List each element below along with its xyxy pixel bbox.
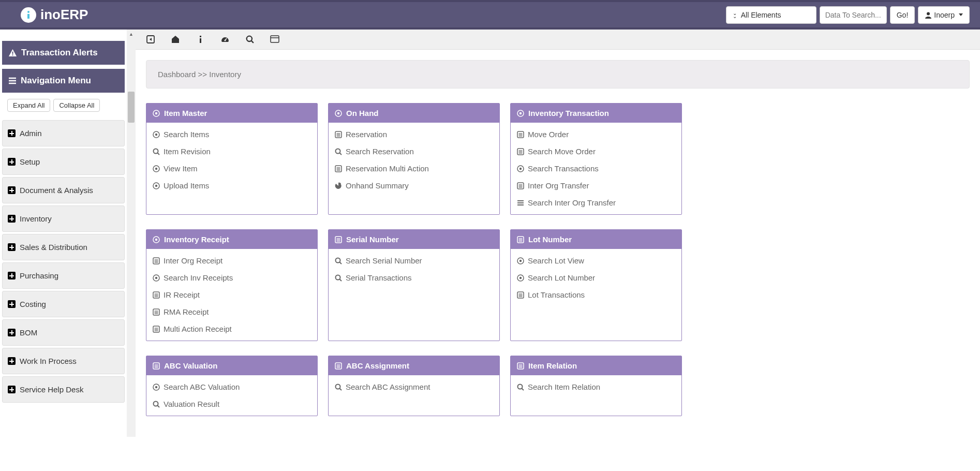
dot-circle-icon <box>153 182 160 189</box>
link-search-transactions[interactable]: Search Transactions <box>511 160 681 177</box>
search-icon <box>153 148 160 155</box>
svg-rect-25 <box>27 14 29 19</box>
dot-circle-icon <box>517 165 524 172</box>
alerts-title: Transaction Alerts <box>21 48 98 58</box>
list-icon <box>517 131 524 138</box>
sidebar-item-document-analysis[interactable]: Document & Analysis <box>2 177 125 203</box>
list-icon <box>153 308 160 316</box>
link-label: RMA Receipt <box>164 307 209 316</box>
card-title: ABC Assignment <box>346 361 409 370</box>
sidebar-item-sales-distribution[interactable]: Sales & Distribution <box>2 234 125 260</box>
link-label: Search Serial Number <box>346 256 422 265</box>
link-inter-org-transfer[interactable]: Inter Org Transfer <box>511 177 681 194</box>
link-label: Item Revision <box>164 147 211 156</box>
all-elements-dropdown[interactable]: ⌄⌄ All Elements <box>726 6 816 24</box>
plus-icon <box>8 158 16 166</box>
link-onhand-summary[interactable]: Onhand Summary <box>329 177 499 194</box>
link-serial-transactions[interactable]: Serial Transactions <box>329 269 499 286</box>
link-search-abc-valuation[interactable]: Search ABC Valuation <box>146 378 317 395</box>
sidebar-item-purchasing[interactable]: Purchasing <box>2 262 125 289</box>
sidebar-scrollbar[interactable]: ▲ <box>127 30 136 437</box>
expand-all-button[interactable]: Expand All <box>7 99 50 112</box>
user-label: Inoerp <box>934 11 955 19</box>
link-view-item[interactable]: View Item <box>146 160 317 177</box>
sidebar-item-label: Purchasing <box>20 271 58 280</box>
link-label: Inter Org Transfer <box>528 181 589 190</box>
info-icon[interactable] <box>196 35 205 44</box>
link-reservation-multi-action[interactable]: Reservation Multi Action <box>329 160 499 177</box>
link-label: Reservation <box>346 130 387 139</box>
plus-icon <box>8 357 16 365</box>
dot-circle-icon <box>517 257 524 264</box>
link-search-items[interactable]: Search Items <box>146 126 317 143</box>
go-label: Go! <box>897 11 909 19</box>
card-item-relation: Item RelationSearch Item Relation <box>510 356 682 416</box>
transaction-alerts-header[interactable]: Transaction Alerts <box>2 41 125 65</box>
card-item-master: Item MasterSearch ItemsItem RevisionView… <box>146 103 318 215</box>
link-search-lot-number[interactable]: Search Lot Number <box>511 269 681 286</box>
card-abc-valuation: ABC ValuationSearch ABC ValuationValuati… <box>146 356 318 416</box>
link-multi-action-receipt[interactable]: Multi Action Receipt <box>146 320 317 337</box>
link-lot-transactions[interactable]: Lot Transactions <box>511 286 681 303</box>
link-search-abc-assignment[interactable]: Search ABC Assignment <box>329 378 499 395</box>
dot-circle-icon <box>153 274 160 282</box>
link-search-lot-view[interactable]: Search Lot View <box>511 252 681 269</box>
dashboard-icon[interactable] <box>220 35 230 44</box>
sidebar-item-label: Document & Analysis <box>20 186 93 195</box>
link-search-move-order[interactable]: Search Move Order <box>511 143 681 160</box>
list-icon <box>153 257 160 264</box>
sidebar-item-label: BOM <box>20 328 37 337</box>
plus-icon <box>8 329 16 336</box>
scroll-up-icon[interactable]: ▲ <box>127 30 136 38</box>
search-icon <box>335 148 342 155</box>
sidebar-item-bom[interactable]: BOM <box>2 319 125 346</box>
link-label: Search Move Order <box>528 147 596 156</box>
link-move-order[interactable]: Move Order <box>511 126 681 143</box>
scroll-thumb[interactable] <box>128 92 135 123</box>
link-search-inv-receipts[interactable]: Search Inv Receipts <box>146 269 317 286</box>
list-icon <box>335 362 342 370</box>
link-valuation-result[interactable]: Valuation Result <box>146 395 317 413</box>
plus-icon <box>8 215 16 223</box>
link-label: Onhand Summary <box>346 181 409 190</box>
sidebar-item-service-help-desk[interactable]: Service Help Desk <box>2 376 125 403</box>
search-input[interactable] <box>820 6 887 24</box>
sidebar-item-costing[interactable]: Costing <box>2 291 125 317</box>
go-button[interactable]: Go! <box>890 6 915 24</box>
link-label: View Item <box>164 164 198 173</box>
sidebar-item-setup[interactable]: Setup <box>2 149 125 175</box>
link-rma-receipt[interactable]: RMA Receipt <box>146 303 317 320</box>
plus-icon <box>8 272 16 279</box>
collapse-panel-icon[interactable] <box>146 35 155 44</box>
link-search-inter-org-transfer[interactable]: Search Inter Org Transfer <box>511 194 681 211</box>
link-search-serial-number[interactable]: Search Serial Number <box>329 252 499 269</box>
card-title: Item Master <box>164 109 207 117</box>
link-label: Search ABC Valuation <box>164 382 240 391</box>
sidebar-item-inventory[interactable]: Inventory <box>2 205 125 232</box>
list-icon <box>517 182 524 189</box>
search-icon <box>517 384 524 391</box>
sidebar-item-label: Costing <box>20 300 46 308</box>
navigation-menu-header[interactable]: Navigation Menu <box>2 69 125 93</box>
home-icon[interactable] <box>171 35 180 44</box>
search-icon[interactable] <box>245 35 255 44</box>
link-inter-org-receipt[interactable]: Inter Org Receipt <box>146 252 317 269</box>
collapse-all-button[interactable]: Collapse All <box>53 99 100 112</box>
link-reservation[interactable]: Reservation <box>329 126 499 143</box>
breadcrumb: Dashboard >> Inventory <box>146 60 970 89</box>
link-label: Lot Transactions <box>528 290 585 299</box>
card-header: Inventory Receipt <box>146 230 317 249</box>
search-icon <box>335 384 342 391</box>
sidebar-item-label: Work In Process <box>20 357 77 365</box>
list-icon <box>335 131 342 138</box>
sidebar-item-admin[interactable]: Admin <box>2 120 125 146</box>
sidebar-item-work-in-process[interactable]: Work In Process <box>2 348 125 374</box>
user-menu-button[interactable]: Inoerp <box>918 6 970 24</box>
window-icon[interactable] <box>270 35 279 44</box>
link-search-item-relation[interactable]: Search Item Relation <box>511 378 681 395</box>
link-ir-receipt[interactable]: IR Receipt <box>146 286 317 303</box>
link-item-revision[interactable]: Item Revision <box>146 143 317 160</box>
card-on-hand: On HandReservationSearch ReservationRese… <box>328 103 500 215</box>
link-upload-items[interactable]: Upload Items <box>146 177 317 194</box>
link-search-reservation[interactable]: Search Reservation <box>329 143 499 160</box>
